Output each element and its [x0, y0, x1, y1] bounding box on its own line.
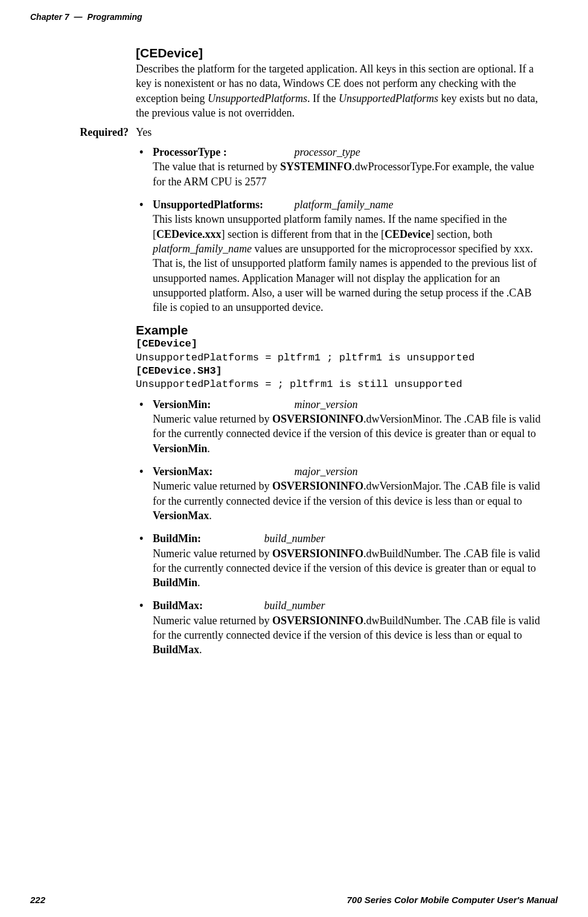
cedevice-description: Describes the platform for the targeted … [136, 62, 546, 120]
code-line: [CEDevice] [136, 338, 197, 350]
code-line: UnsupportedPlatforms = ; pltfrm1 is stil… [136, 379, 462, 390]
page-header: Chapter 7 — Programming [30, 12, 558, 22]
example-code: [CEDevice] UnsupportedPlatforms = pltfrm… [136, 337, 546, 391]
key-name: VersionMin: [153, 397, 292, 412]
list-item-buildmax: BuildMax: build_number Numeric value ret… [136, 598, 546, 657]
key-value: platform_family_name [295, 199, 394, 211]
list-item-unsupportedplatforms: UnsupportedPlatforms: platform_family_na… [136, 197, 546, 315]
key-value: major_version [295, 465, 358, 478]
example-heading: Example [136, 323, 546, 337]
code-line: UnsupportedPlatforms = pltfrm1 ; pltfrm1… [136, 352, 475, 363]
page-number: 222 [30, 895, 45, 905]
list-item-versionmax: VersionMax: major_version Numeric value … [136, 464, 546, 523]
header-separator: — [74, 12, 83, 22]
header-left: Chapter 7 — Programming [30, 12, 142, 22]
list-item-versionmin: VersionMin: minor_version Numeric value … [136, 397, 546, 456]
main-content: [CEDevice] Describes the platform for th… [136, 46, 546, 657]
manual-title: 700 Series Color Mobile Computer User's … [347, 895, 558, 905]
key-list-2: VersionMin: minor_version Numeric value … [136, 397, 546, 657]
header-title: Programming [88, 12, 142, 22]
cedevice-heading: [CEDevice] [136, 46, 546, 60]
key-name: BuildMin: [153, 531, 261, 546]
key-name: UnsupportedPlatforms: [153, 197, 292, 212]
list-item-processortype: ProcessorType : processor_type The value… [136, 145, 546, 189]
key-name: VersionMax: [153, 464, 292, 479]
page-footer: 222 700 Series Color Mobile Computer Use… [30, 895, 558, 905]
key-value: build_number [264, 532, 325, 545]
required-row: Required? Yes [136, 126, 546, 139]
key-name: ProcessorType : [153, 145, 292, 159]
required-value: Yes [136, 126, 152, 139]
key-list-1: ProcessorType : processor_type The value… [136, 145, 546, 315]
code-line: [CEDevice.SH3] [136, 365, 222, 377]
chapter-label: Chapter 7 [30, 12, 69, 22]
list-item-buildmin: BuildMin: build_number Numeric value ret… [136, 531, 546, 590]
key-value: processor_type [295, 146, 360, 158]
key-name: BuildMax: [153, 598, 261, 613]
required-label: Required? [30, 126, 136, 139]
key-value: minor_version [295, 398, 358, 411]
page: Chapter 7 — Programming [CEDevice] Descr… [0, 0, 588, 917]
key-value: build_number [264, 599, 325, 612]
